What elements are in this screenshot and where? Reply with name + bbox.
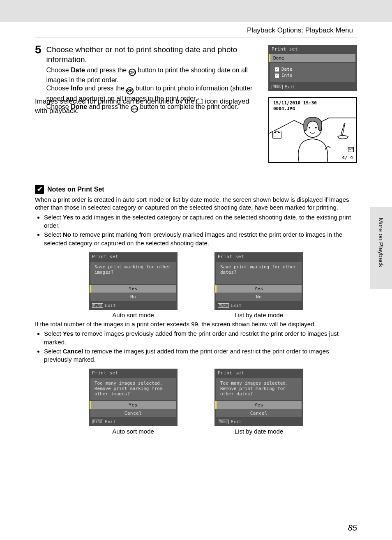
svg-point-2 [315,127,317,129]
done-option[interactable]: Done [270,54,355,62]
exit-label: Exit [284,84,295,90]
page-number: 85 [348,523,357,533]
option-yes[interactable]: Yes [216,285,302,293]
exit-label: Exit [105,303,116,308]
dialog-listbydate: Print set Save print marking for other d… [214,252,303,318]
t: Choose [46,85,71,92]
info-checkbox-row[interactable]: ✓Info [275,72,350,78]
bold-cancel: Cancel [63,348,83,355]
dialog-message: Save print marking for other dates? [216,262,302,284]
notes2-intro: If the total number of the images in a p… [35,320,357,328]
options-body: ✓Date ✓Info [270,63,355,82]
menu-badge: MENU [218,303,229,308]
print-marker-icon [272,131,281,139]
notes-heading: ✔ Notes on Print Set [35,185,357,194]
step-para-date: Choose Date and press the OK button to p… [46,66,261,85]
side-tab-label: More on Playback [378,218,385,267]
dialog-message: Save print marking for other images? [90,262,176,284]
dialog-autosort: Print set Save print marking for other i… [89,252,178,318]
notes-title: Notes on Print Set [47,186,104,193]
notes-intro: When a print order is created in auto so… [35,196,357,212]
step-title: Choose whether or not to print shooting … [46,45,261,65]
screen-footer: MENUExit [268,83,357,91]
notes-list-2: Select Yes to remove images previously a… [35,330,357,364]
menu-badge: MENU [218,420,229,424]
content: 5 Choose whether or not to print shootin… [0,37,392,435]
option-yes[interactable]: Yes [90,285,176,293]
ok-button-icon: OK [126,87,134,95]
dialog-caption: List by date mode [235,428,283,435]
t: Choose [46,67,71,74]
preview-count: 4/ 4 [342,155,353,160]
print-set-screen: Print set Done ✓Date ✓Info MENUExit [268,45,357,91]
bold-date: Date [71,67,85,74]
resolution-badge: 12M [348,147,354,152]
check-badge-icon: ✔ [35,185,44,194]
info-label: Info [281,73,293,78]
screen-footer: MENUExit [214,301,303,310]
printer-icon [274,132,280,137]
option-no[interactable]: No [216,293,302,301]
printer-icon [196,99,203,104]
ok-button-icon: OK [131,105,138,113]
svg-point-1 [309,127,310,129]
dialog-caption: Auto sort mode [112,312,154,318]
dialog-caption: List by date mode [235,312,283,318]
dialog-screen: Print set Too many images selected. Remo… [89,369,178,426]
t: and press the [83,85,127,92]
bullet-no: Select No to remove print marking from p… [44,231,357,247]
screen-title: Print set [214,369,303,377]
t: Select [44,330,63,337]
date-label: Date [281,67,293,72]
screen-footer: MENUExit [89,301,178,310]
exit-label: Exit [105,419,116,425]
t: to remove print marking from previously … [44,231,342,246]
menu-badge: MENU [92,420,103,424]
menu-badge: MENU [272,85,283,89]
dialog-message: Too many images selected. Remove print m… [90,378,176,400]
screen-title: Print set [268,45,357,53]
t: Select [44,348,63,355]
option-cancel[interactable]: Cancel [90,409,176,417]
bullet-yes: Select Yes to add images in the selected… [44,213,357,230]
screen-title: Print set [89,369,178,377]
screen-title: Print set [89,252,178,261]
t: and press the [85,67,129,74]
exit-label: Exit [231,419,242,425]
checkbox-icon: ✓ [275,67,279,72]
side-tab: More on Playback [370,207,392,289]
t: to remove images previously added from t… [44,330,339,345]
t: Select [44,231,63,238]
top-margin [0,0,392,22]
page: Playback Options: Playback Menu 5 Choose… [0,0,392,540]
dialogs-row-2: Print set Too many images selected. Remo… [35,369,357,435]
running-header: Playback Options: Playback Menu [0,22,392,37]
dialog-screen: Print set Save print marking for other d… [214,252,303,310]
dialog-message: Too many images selected. Remove print m… [216,378,302,400]
t: Select [44,214,63,221]
bold-yes: Yes [63,214,74,221]
t: to remove the images just added from the… [44,348,329,363]
ok-button-icon: OK [129,69,136,76]
option-cancel[interactable]: Cancel [216,409,302,417]
screen-footer: MENUExit [89,418,178,426]
notes-list-1: Select Yes to add images in the selected… [35,213,357,247]
screen-footer: MENUExit [214,418,303,426]
notes-section: ✔ Notes on Print Set When a print order … [35,185,357,435]
menu-badge: MENU [92,303,103,308]
option-no[interactable]: No [90,293,176,301]
date-checkbox-row[interactable]: ✓Date [275,66,350,72]
header-title: Playback Options: Playback Menu [247,26,353,35]
dialog2-listbydate: Print set Too many images selected. Remo… [214,369,303,435]
t: to add images in the selected category o… [44,214,351,229]
dialog-screen: Print set Too many images selected. Remo… [214,369,303,426]
option-yes[interactable]: Yes [216,401,302,409]
preview-filename: 0004.JPG [273,106,295,111]
exit-label: Exit [231,303,242,308]
dialog-screen: Print set Save print marking for other i… [89,252,178,310]
option-yes[interactable]: Yes [90,401,176,409]
checkbox-icon: ✓ [275,74,279,78]
dialog2-autosort: Print set Too many images selected. Remo… [89,369,178,435]
dialog-caption: Auto sort mode [112,428,154,435]
preview-date: 15/11/2010 15:30 [273,100,317,106]
